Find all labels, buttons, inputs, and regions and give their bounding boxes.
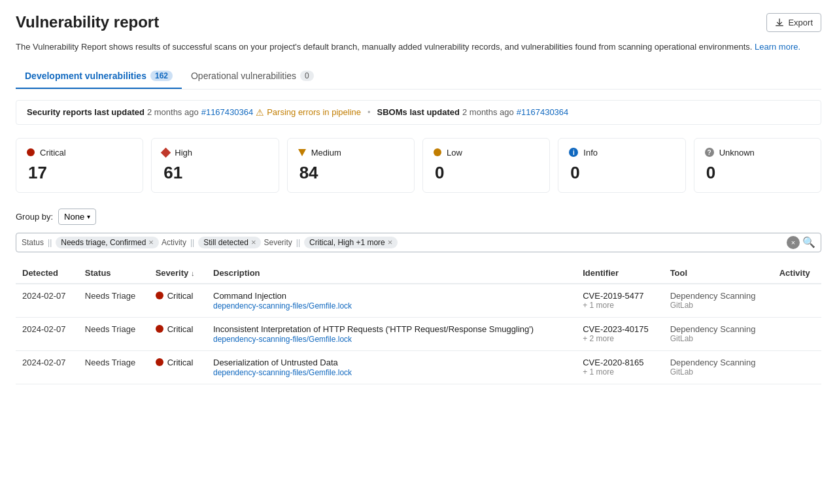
tab-operational[interactable]: Operational vulnerabilities 0 (182, 64, 323, 89)
cell-detected-2: 2024-02-07 (16, 350, 78, 384)
cell-description-0: Command Injection dependency-scanning-fi… (207, 284, 576, 318)
cell-activity-1 (773, 317, 821, 350)
severity-card-info[interactable]: i Info 0 (558, 138, 685, 193)
export-icon (775, 18, 784, 27)
unknown-icon: ? (705, 148, 714, 157)
cell-tool-1: Dependency Scanning GitLab (664, 317, 773, 350)
learn-more-link[interactable]: Learn more. (755, 42, 800, 52)
filter-tag-status: Status (22, 238, 44, 247)
cell-detected-1: 2024-02-07 (16, 317, 78, 350)
severity-card-unknown[interactable]: ? Unknown 0 (694, 138, 821, 193)
cell-identifier-1: CVE-2023-40175 + 2 more (576, 317, 663, 350)
pipeline-errors-link[interactable]: Parsing errors in pipeline (267, 107, 361, 117)
filter-activity-value[interactable]: Still detected × (198, 237, 261, 248)
high-icon (161, 147, 171, 158)
severity-card-high[interactable]: High 61 (151, 138, 279, 193)
page-header: Vulnerability report Export (16, 13, 821, 38)
cell-status-2: Needs Triage (78, 350, 149, 384)
filter-tag-severity: Severity (264, 238, 292, 247)
severity-card-medium[interactable]: Medium 84 (287, 138, 415, 193)
sbom-link[interactable]: #1167430364 (517, 107, 569, 117)
tab-development[interactable]: Development vulnerabilities 162 (16, 64, 182, 89)
warning-icon: ⚠ (256, 107, 264, 118)
tab-bar: Development vulnerabilities 162 Operatio… (16, 64, 821, 90)
cell-severity-2: Critical (149, 350, 207, 384)
cell-activity-0 (773, 284, 821, 318)
cell-description-2: Deserialization of Untrusted Data depend… (207, 350, 576, 384)
critical-icon (27, 148, 35, 156)
security-banner: Security reports last updated 2 months a… (16, 100, 821, 125)
cell-identifier-2: CVE-2020-8165 + 1 more (576, 350, 663, 384)
chevron-down-icon: ▾ (87, 213, 90, 220)
filter-severity-remove[interactable]: × (388, 238, 393, 246)
severity-dot-1 (156, 325, 163, 333)
col-identifier: Identifier (576, 263, 663, 284)
vulnerabilities-table: Detected Status Severity ↓ Description I… (16, 263, 821, 384)
cell-severity-1: Critical (149, 317, 207, 350)
table-header-row: Detected Status Severity ↓ Description I… (16, 263, 821, 284)
group-by-select[interactable]: None ▾ (58, 209, 96, 225)
filter-activity-remove[interactable]: × (251, 238, 256, 246)
filter-search-button[interactable]: 🔍 (802, 236, 815, 248)
security-pipeline-link[interactable]: #1167430364 (201, 107, 254, 117)
description-link-1[interactable]: dependency-scanning-files/Gemfile.lock (213, 335, 352, 344)
cell-activity-2 (773, 350, 821, 384)
cell-detected-0: 2024-02-07 (16, 284, 78, 318)
group-by-row: Group by: None ▾ (16, 209, 821, 225)
col-detected: Detected (16, 263, 78, 284)
severity-cards: Critical 17 High 61 Medium 84 Low 0 i In… (16, 138, 821, 193)
sort-arrow-severity: ↓ (191, 269, 195, 277)
page-title: Vulnerability report (16, 13, 159, 31)
table-row: 2024-02-07 Needs Triage Critical Command… (16, 284, 821, 318)
filter-bar-actions: × 🔍 (787, 236, 815, 249)
export-button[interactable]: Export (766, 13, 821, 32)
filter-tag-activity: Activity (162, 238, 186, 247)
cell-tool-2: Dependency Scanning GitLab (664, 350, 773, 384)
filter-severity-value[interactable]: Critical, High +1 more × (304, 237, 398, 248)
cell-status-0: Needs Triage (78, 284, 149, 318)
cell-status-1: Needs Triage (78, 317, 149, 350)
col-tool: Tool (664, 263, 773, 284)
severity-dot-0 (156, 292, 163, 299)
col-status: Status (78, 263, 149, 284)
info-icon: i (569, 148, 578, 157)
filter-clear-button[interactable]: × (787, 236, 800, 249)
cell-description-1: Inconsistent Interpretation of HTTP Requ… (207, 317, 576, 350)
cell-tool-0: Dependency Scanning GitLab (664, 284, 773, 318)
filter-bar: Status || Needs triage, Confirmed × Acti… (16, 233, 821, 252)
severity-card-low[interactable]: Low 0 (422, 138, 550, 193)
table-row: 2024-02-07 Needs Triage Critical Inconsi… (16, 317, 821, 350)
severity-dot-2 (156, 358, 163, 366)
severity-card-critical[interactable]: Critical 17 (16, 138, 143, 193)
medium-icon (298, 149, 306, 156)
table-row: 2024-02-07 Needs Triage Critical Deseria… (16, 350, 821, 384)
filter-status-remove[interactable]: × (148, 238, 154, 246)
cell-identifier-0: CVE-2019-5477 + 1 more (576, 284, 663, 318)
low-icon (434, 148, 441, 156)
page-description: The Vulnerability Report shows results o… (16, 41, 821, 54)
col-activity: Activity (773, 263, 821, 284)
col-description: Description (207, 263, 576, 284)
cell-severity-0: Critical (149, 284, 207, 318)
description-link-2[interactable]: dependency-scanning-files/Gemfile.lock (213, 368, 352, 377)
col-severity[interactable]: Severity ↓ (149, 263, 207, 284)
filter-status-value[interactable]: Needs triage, Confirmed × (56, 237, 159, 248)
description-link-0[interactable]: dependency-scanning-files/Gemfile.lock (213, 301, 352, 311)
